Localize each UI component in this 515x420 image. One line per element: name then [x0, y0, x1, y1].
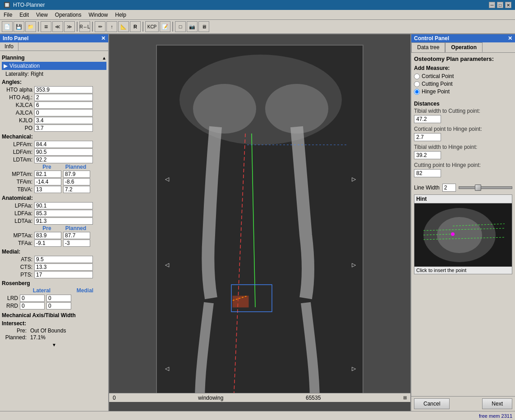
info-tab-info[interactable]: Info	[0, 42, 18, 51]
ajlca-label: AJLCA	[2, 110, 32, 116]
svg-point-3	[265, 84, 328, 134]
angles-section: Angles:	[2, 79, 106, 85]
mech-axis-label: Mechanical Axis/Tibial Width	[2, 312, 76, 318]
control-content: Osteotomy Plan parameters: Add Measure: …	[411, 53, 515, 396]
tab-operation[interactable]: Operation	[445, 42, 483, 52]
kjlca-row: KJLCA 6	[2, 102, 106, 109]
lpfam-label: LPFAm:	[2, 141, 32, 148]
lrd-medial: 0	[46, 295, 71, 302]
pts-label: PTS:	[2, 272, 32, 278]
menu-edit[interactable]: Edit	[16, 10, 32, 19]
tfam-label: TFAm:	[2, 179, 32, 185]
intersect-header: Intersect:	[2, 320, 106, 327]
mptaa-label: MPTAa:	[2, 232, 32, 239]
rrd-row: RRD 0 0	[2, 302, 106, 309]
lrd-label: LRD	[2, 295, 18, 301]
menu-window[interactable]: Window	[85, 10, 112, 19]
toolbar-rect[interactable]: □	[175, 21, 186, 32]
visualization-header[interactable]: ▶ Visualization	[2, 62, 106, 70]
rosenberg-header: Lateral Medial	[20, 287, 106, 294]
maximize-button[interactable]: □	[497, 2, 503, 8]
kjlo-row: KJLO 3.4	[2, 117, 106, 124]
tibial-hinge-input[interactable]	[414, 151, 441, 159]
hinge-point-label: Hinge Point	[422, 88, 450, 95]
toolbar-sep2	[77, 22, 78, 32]
planning-label: Planning	[2, 55, 25, 61]
ajlca-row: AJLCA 0	[2, 109, 106, 116]
toolbar-kcp[interactable]: KCP	[145, 21, 159, 32]
cortical-point-radio[interactable]	[414, 74, 420, 79]
tfaa-label: TFAa:	[2, 240, 32, 246]
cancel-button[interactable]: Cancel	[414, 398, 450, 409]
toolbar-screen[interactable]: 🖥	[198, 21, 209, 32]
hint-caption: Click to insert the point	[414, 267, 512, 274]
toolbar-r[interactable]: R	[130, 21, 141, 32]
xray-container[interactable]: ▷ ▷ ▷ ◁ ◁ ◁	[156, 45, 363, 401]
toolbar-new[interactable]: 📄	[2, 21, 13, 32]
pre-val: Out Of Bounds	[30, 328, 66, 334]
toolbar-camera[interactable]: 📷	[187, 21, 198, 32]
lateral-col-label: Lateral	[33, 287, 51, 294]
control-panel-title: Control Panel	[414, 35, 449, 42]
menu-operations[interactable]: Operations	[51, 10, 85, 19]
arrow-left-top: ◁	[165, 176, 170, 182]
statusbar: free mem 2311	[0, 411, 515, 420]
close-button[interactable]: ✕	[505, 2, 511, 8]
menu-file[interactable]: File	[0, 10, 16, 19]
cutting-point-radio[interactable]	[414, 81, 420, 87]
minimize-button[interactable]: ─	[489, 2, 495, 8]
toolbar-rl[interactable]: R↔L	[79, 21, 90, 32]
ldtam-value: 92.2	[34, 156, 93, 163]
cortical-hinge-input[interactable]	[414, 133, 441, 141]
menu-help[interactable]: Help	[111, 10, 130, 19]
cortical-point-row: Cortical Point	[414, 73, 512, 79]
ctrl-section-title: Osteotomy Plan parameters:	[414, 55, 512, 62]
toolbar-layers[interactable]: ≡	[41, 21, 51, 32]
tibial-cutting-input[interactable]	[414, 115, 441, 123]
cutting-hinge-input[interactable]	[414, 169, 441, 177]
tbva-label: TBVA:	[2, 186, 32, 193]
mptaa-planned: 87.7	[63, 232, 90, 239]
pts-value: 17	[34, 271, 93, 278]
po-value: 3.7	[34, 125, 93, 132]
hint-svg	[414, 203, 512, 267]
distances-section: Distances Tibial width to Cutting point:…	[414, 99, 512, 179]
toolbar-cursor[interactable]: ↑	[106, 21, 117, 32]
mptaa-pre: 83.9	[34, 232, 61, 239]
toolbar-pen[interactable]: ✏	[95, 21, 106, 32]
toolbar-note[interactable]: 📝	[160, 21, 170, 32]
toolbar-forward[interactable]: ≫	[64, 21, 75, 32]
ctrl-buttons: Cancel Next	[411, 396, 515, 411]
vp-right-val: 65535	[306, 395, 321, 401]
line-width-input[interactable]	[442, 184, 456, 192]
toolbar-back[interactable]: ≪	[52, 21, 63, 32]
intersect-label: Intersect:	[2, 320, 26, 327]
pre-col-header2: Pre	[33, 225, 60, 231]
ldfam-value: 90.5	[34, 148, 93, 156]
hto-alpha-row: HTO alpha 353.9	[2, 86, 106, 93]
ldtam-row: LDTAm: 92.2	[2, 156, 106, 163]
tab-datatree[interactable]: Data tree	[411, 42, 445, 52]
toolbar-open[interactable]: 📁	[25, 21, 36, 32]
cortical-point-label: Cortical Point	[422, 73, 454, 79]
control-panel-close[interactable]: ✕	[508, 35, 512, 42]
mptam-values: 82.1 87.9	[34, 171, 90, 178]
line-width-slider-thumb[interactable]	[475, 185, 481, 191]
menu-view[interactable]: View	[32, 10, 51, 19]
scroll-up-arrow[interactable]: ▲	[102, 55, 106, 60]
pre-planned-headers2: Pre Planned	[33, 225, 106, 231]
hinge-point-radio[interactable]	[414, 89, 420, 95]
info-panel-close[interactable]: ✕	[101, 35, 106, 42]
toolbar-measure[interactable]: 📐	[118, 21, 129, 32]
title-controls[interactable]: ─ □ ✕	[489, 2, 511, 8]
lrd-lateral: 0	[20, 295, 45, 302]
scroll-down-arrow[interactable]: ▼	[52, 342, 56, 347]
next-button[interactable]: Next	[482, 398, 512, 409]
hint-header: Hint	[414, 195, 512, 203]
info-panel-header: Info Panel ✕	[0, 34, 108, 42]
line-width-slider-track[interactable]	[459, 186, 512, 189]
scroll-down-area[interactable]: ▼	[2, 342, 106, 347]
toolbar-sep5	[172, 22, 173, 32]
toolbar-save[interactable]: 💾	[14, 21, 24, 32]
cutting-point-label: Cutting Point	[422, 81, 453, 87]
